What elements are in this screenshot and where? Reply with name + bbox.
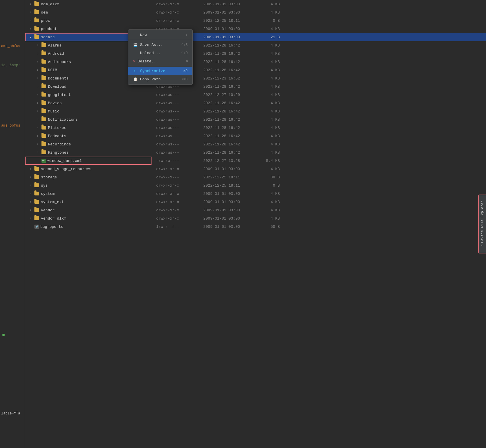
chevron-icon: ›	[30, 217, 34, 220]
detail-permissions: drwxr-xr-x	[156, 216, 203, 221]
detail-row-notifications[interactable]: drwxrws--- 2022-11-28 16:42 4 KB	[152, 115, 486, 124]
detail-size: 0 B	[256, 183, 280, 188]
detail-row-ringtones[interactable]: drwxrws--- 2022-11-28 16:42 4 KB	[152, 148, 486, 157]
tree-item-Podcasts[interactable]: › Podcasts	[25, 132, 152, 140]
tree-item-label: storage	[41, 175, 152, 180]
detail-permissions: drwxr-xr-x	[156, 2, 203, 6]
detail-size: 4 KB	[256, 117, 280, 122]
detail-permissions: drwxrws---	[156, 134, 203, 138]
device-file-explorer-tab[interactable]: ☐ Device File Explorer	[478, 195, 486, 253]
detail-row-alarms[interactable]: drwxrws--- 2022-11-28 16:42 4 KB	[152, 41, 486, 49]
folder-icon	[41, 150, 47, 155]
folder-icon	[34, 183, 40, 188]
context-menu-item-new[interactable]: New ›	[128, 31, 192, 39]
code-line-1: ame_obfus	[1, 44, 20, 48]
detail-size: 0 B	[256, 19, 280, 23]
detail-permissions: drwxrws---	[156, 150, 203, 155]
tree-item-window-dump-xml[interactable]: › xml window_dump.xml	[25, 157, 152, 165]
detail-row-recordings[interactable]: drwxrws--- 2022-11-28 16:42 4 KB	[152, 140, 486, 148]
folder-icon	[41, 68, 47, 72]
detail-date: 2022-12-25 18:11	[203, 175, 256, 180]
tree-item-label: googletest	[48, 93, 152, 97]
tree-item-vendor[interactable]: › vendor	[25, 206, 152, 214]
chevron-icon: ›	[37, 126, 41, 130]
tree-item-storage[interactable]: › storage	[25, 173, 152, 181]
tree-item-Music[interactable]: › Music	[25, 107, 152, 115]
detail-row-pictures[interactable]: drwxrws--- 2022-11-28 16:42 4 KB	[152, 124, 486, 132]
detail-size: 4 KB	[256, 208, 280, 213]
detail-size: 4 KB	[256, 109, 280, 114]
detail-row-sys[interactable]: dr-xr-xr-x 2022-12-25 18:11 0 B	[152, 181, 486, 190]
detail-row-documents[interactable]: drwxrws--- 2022-12-23 16:52 4 KB	[152, 74, 486, 82]
detail-permissions: dr-xr-xr-x	[156, 183, 203, 188]
detail-row-odm-dlkm[interactable]: drwxr-xr-x 2009-01-01 03:00 4 KB	[152, 0, 486, 8]
tree-item-vendor-dlkm[interactable]: › vendor_dlkm	[25, 214, 152, 223]
detail-permissions: drwxrws---	[156, 142, 203, 147]
tree-item-Movies[interactable]: › Movies	[25, 99, 152, 107]
detail-row-podcasts[interactable]: drwxrws--- 2022-11-28 16:42 4 KB	[152, 132, 486, 140]
detail-row-storage[interactable]: drwx--x--- 2022-12-25 18:11 80 B	[152, 173, 486, 181]
detail-row-download[interactable]: drwxrws--- 2022-11-28 16:42 4 KB	[152, 82, 486, 91]
chevron-icon: ›	[37, 102, 41, 105]
detail-size: 4 KB	[256, 101, 280, 105]
detail-row-oem[interactable]: drwxr-xr-x 2009-01-01 03:00 4 KB	[152, 8, 486, 16]
tree-item-proc[interactable]: › proc	[25, 16, 152, 25]
tree-item-bugreports[interactable]: › 🔗 bugreports	[25, 223, 152, 231]
detail-row-googletest[interactable]: drwxrws--- 2022-12-27 10:29 4 KB	[152, 91, 486, 99]
detail-date: 2009-01-01 03:00	[203, 167, 256, 171]
detail-row-system[interactable]: drwxr-xr-x 2009-01-01 03:00 4 KB	[152, 190, 486, 198]
tree-item-Recordings[interactable]: › Recordings	[25, 140, 152, 148]
detail-permissions: drwxrws---	[156, 93, 203, 97]
tree-item-oem[interactable]: › oem	[25, 8, 152, 16]
detail-row-audiobooks[interactable]: drwxrws--- 2022-11-28 16:42 4 KB	[152, 58, 486, 66]
tree-item-label: Music	[48, 109, 152, 114]
detail-row-vendor-dlkm[interactable]: drwxr-xr-x 2009-01-01 03:00 4 KB	[152, 214, 486, 223]
detail-size: 5,4 KB	[256, 159, 280, 163]
detail-date: 2009-01-01 03:00	[203, 200, 256, 204]
detail-size: 80 B	[256, 175, 280, 180]
tree-item-sys[interactable]: › sys	[25, 181, 152, 190]
detail-row-proc[interactable]: dr-xr-xr-x 2022-12-25 18:11 0 B	[152, 16, 486, 25]
tree-item-second-stage-resources[interactable]: › second_stage_resources	[25, 165, 152, 173]
tree-item-system-ext[interactable]: › system_ext	[25, 198, 152, 206]
context-menu-label-save-as: Save As...	[140, 43, 163, 47]
detail-row-system-ext[interactable]: drwxr-xr-x 2009-01-01 03:00 4 KB	[152, 198, 486, 206]
tree-item-system[interactable]: › system	[25, 190, 152, 198]
context-menu-item-copy-path[interactable]: 📋 Copy Path ⇧⌘C	[128, 75, 192, 83]
detail-row-vendor[interactable]: drwxr-xr-x 2009-01-01 03:00 4 KB	[152, 206, 486, 214]
context-menu-separator-2	[128, 66, 192, 66]
detail-row-product[interactable]: drwxr-xr-x 2009-01-01 03:00 4 KB	[152, 25, 486, 33]
detail-row-music[interactable]: drwxrws--- 2022-11-28 16:42 4 KB	[152, 107, 486, 115]
code-line-4: lable="Ta	[1, 412, 20, 416]
detail-row-sdcard[interactable]: -r-- 2009-01-01 03:00 21 B	[152, 33, 486, 41]
detail-size: 4 KB	[256, 93, 280, 97]
tree-item-Pictures[interactable]: › Pictures	[25, 124, 152, 132]
tree-item-Ringtones[interactable]: › Ringtones	[25, 148, 152, 157]
detail-date: 2009-01-01 03:00	[203, 35, 256, 39]
detail-row-second-stage[interactable]: drwxr-xr-x 2009-01-01 03:00 4 KB	[152, 165, 486, 173]
detail-row-bugreports[interactable]: lrw-r--r-- 2009-01-01 03:00 50 B	[152, 223, 486, 231]
detail-row-dcim[interactable]: drwxrws--- 2022-11-28 16:42 4 KB	[152, 66, 486, 74]
tree-item-label: Recordings	[48, 142, 152, 147]
chevron-icon: ›	[37, 93, 41, 97]
chevron-icon: ›	[30, 176, 34, 179]
context-menu-item-upload[interactable]: Upload... ⌃⇧O	[128, 49, 192, 57]
tree-item-odm-dlkm[interactable]: › odm_dlkm	[25, 0, 152, 8]
tree-item-Notifications[interactable]: › Notifications	[25, 115, 152, 124]
context-menu-item-delete[interactable]: ✕ Delete... ⌫	[128, 57, 192, 65]
folder-icon	[34, 216, 40, 220]
folder-icon	[34, 167, 40, 171]
detail-date: 2022-11-28 16:42	[203, 68, 256, 72]
detail-row-android[interactable]: drwxrws--x 2022-11-28 16:42 4 KB	[152, 49, 486, 58]
code-line-3: ame_obfus	[1, 124, 20, 128]
context-menu-item-save-as[interactable]: 💾 Save As... ⌃⇧S	[128, 41, 192, 49]
detail-date: 2022-12-25 18:11	[203, 19, 256, 23]
context-menu-item-synchronize[interactable]: ↻ Synchronize ⌘R	[128, 67, 192, 75]
detail-size: 4 KB	[256, 43, 280, 48]
detail-date: 2022-11-28 16:42	[203, 109, 256, 114]
tree-item-googletest[interactable]: › googletest	[25, 91, 152, 99]
detail-permissions: drwxr-xr-x	[156, 192, 203, 196]
tree-item-label: sys	[41, 183, 152, 188]
detail-row-movies[interactable]: drwxrws--- 2022-11-28 16:42 4 KB	[152, 99, 486, 107]
detail-row-window-dump-xml[interactable]: -rw-rw---- 2022-12-27 13:28 5,4 KB	[152, 157, 486, 165]
